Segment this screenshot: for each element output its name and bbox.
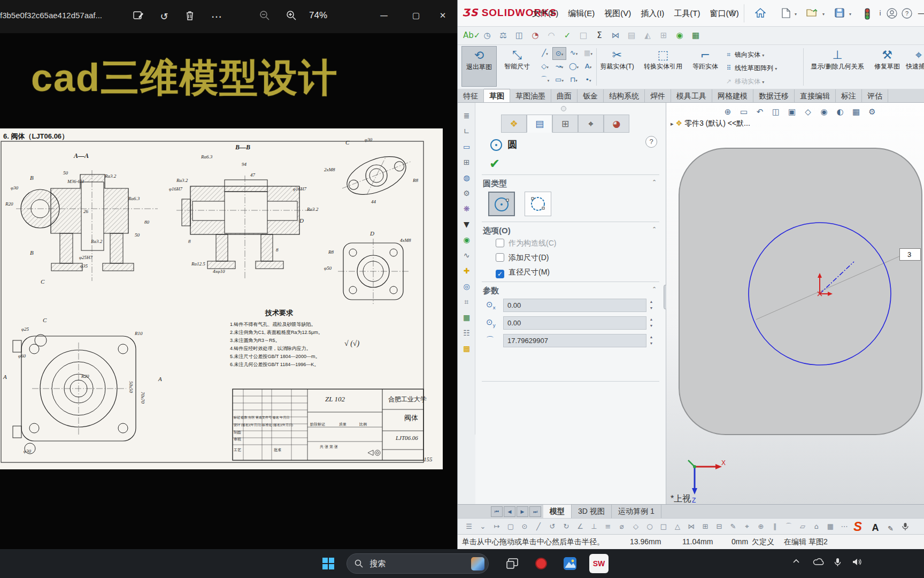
open-document-caret[interactable]: ▾ <box>822 12 825 17</box>
tab-sketch-ink[interactable]: 草图油墨 <box>510 89 551 103</box>
zoom-out-icon[interactable] <box>256 7 274 26</box>
minimize-button[interactable]: — <box>373 7 395 24</box>
save-caret[interactable]: ▾ <box>849 12 851 17</box>
panel-collapse-pill[interactable] <box>561 106 566 111</box>
new-document-caret[interactable]: ▾ <box>795 12 797 17</box>
parameter-input[interactable]: 0.00 <box>503 316 646 330</box>
tab-evaluate[interactable]: 评估 <box>862 89 888 103</box>
monitor-icon[interactable]: ▭ <box>458 139 475 155</box>
delete-icon[interactable] <box>181 7 199 26</box>
help-icon[interactable]: ? <box>899 6 914 20</box>
gear-icon[interactable]: ⚙ <box>458 186 475 201</box>
record-button[interactable] <box>532 554 551 573</box>
point-tool[interactable]: •▾ <box>581 74 595 87</box>
move-entities-button[interactable]: ↗移动实体 ▾ <box>723 75 802 88</box>
open-document-icon[interactable] <box>804 6 819 20</box>
polygon-tool[interactable]: ◇▾ <box>538 60 552 73</box>
tab-mesh-modeling[interactable]: 网格建模 <box>712 89 753 103</box>
network-icon[interactable]: ⊞ <box>458 155 475 170</box>
rectangle-tool[interactable]: ▭▾ <box>552 74 566 87</box>
ime-indicator[interactable]: A <box>872 522 879 533</box>
options-section-header[interactable]: 选项(O) <box>483 226 511 236</box>
propertymanager-tab[interactable]: ▤ <box>527 115 552 133</box>
ellipse-tool[interactable]: ◯▾ <box>567 60 581 73</box>
zoom-in-icon[interactable] <box>282 7 301 26</box>
maximize-button[interactable]: ▢ <box>405 7 427 24</box>
zoom-fit-icon[interactable]: ⊕ <box>720 105 736 119</box>
spellcheck-icon[interactable]: Ab✓ <box>463 27 479 44</box>
speaker-icon[interactable] <box>852 558 862 568</box>
featuremanager-tab[interactable]: ❖ <box>501 115 527 133</box>
fitting-icon[interactable]: ✚ <box>458 263 475 279</box>
grid-icon[interactable]: ▩ <box>458 341 475 356</box>
parameter-input[interactable]: 0.00 <box>503 299 646 312</box>
perimeter-circle-type-button[interactable] <box>525 192 551 216</box>
globe-icon[interactable]: ◍ <box>458 170 475 186</box>
scroll-left-button[interactable]: ◀ <box>504 506 515 517</box>
configuration-tab[interactable]: ⊞ <box>552 115 578 133</box>
user-account-icon[interactable] <box>884 6 899 20</box>
add-dimension-checkbox[interactable]: 添加尺寸(D) <box>496 252 651 264</box>
display-style-icon[interactable]: ◇ <box>800 105 816 119</box>
measure-icon[interactable]: ◷ <box>479 27 495 44</box>
zebra-stripes-icon[interactable]: ▤ <box>623 27 640 44</box>
snipping-window-icon[interactable] <box>503 554 522 573</box>
spreadsheet-icon[interactable]: ▦ <box>458 310 475 325</box>
tab-direct-editing[interactable]: 直接编辑 <box>795 89 836 103</box>
slot-tool[interactable]: ⊓▾ <box>567 74 581 87</box>
checkbox[interactable] <box>496 253 504 262</box>
tab-data-migration[interactable]: 数据迁移 <box>753 89 795 103</box>
offset-entities-button[interactable]: ⌐等距实体 <box>690 46 721 87</box>
search-highlight-thumbnail[interactable] <box>471 557 484 571</box>
arc-tool[interactable]: ⌒▾ <box>538 74 552 87</box>
checkbox[interactable] <box>496 239 504 247</box>
graphics-area[interactable]: ▸ ❖ 零件3 (默认) <<默... ⊕▭↶◫▣◇◉◐▦⚙ 3 X Z *上视 <box>666 103 924 504</box>
line-tool[interactable]: ╱▾ <box>538 47 552 60</box>
tab-surfaces[interactable]: 曲面 <box>551 89 578 103</box>
view-orientation-icon[interactable]: ▣ <box>784 105 800 119</box>
display-delete-relations-button[interactable]: ⊥显示/删除几何关系 <box>805 46 869 87</box>
photos-app-icon[interactable] <box>560 554 580 573</box>
pen-icon[interactable]: ✎ <box>888 524 894 533</box>
trim-entities-button[interactable]: ✂剪裁实体(T) <box>598 46 636 87</box>
hide-show-icon[interactable]: ◉ <box>816 105 832 119</box>
render-icon[interactable]: ❋ <box>458 201 475 217</box>
parameter-input[interactable]: 17.79629907 <box>503 334 646 347</box>
tree-expand-arrow[interactable]: ▸ <box>671 120 674 127</box>
binoculars-icon[interactable]: ⌗ <box>458 294 475 310</box>
tab-weldments[interactable]: 焊件 <box>645 89 671 103</box>
construction-line-checkbox[interactable]: 作为构造线(C) <box>496 238 651 249</box>
tab-features[interactable]: 特征 <box>458 89 484 103</box>
menu-file[interactable]: 文件(F) <box>527 0 563 27</box>
quick-snaps-button[interactable]: ⌖快速捕捉 <box>905 46 924 87</box>
sensor-icon[interactable]: ◉ <box>672 27 688 44</box>
mic-tray-icon[interactable] <box>902 523 908 533</box>
spline-tool[interactable]: ∿▾ <box>567 47 581 60</box>
menu-tools[interactable]: 工具(T) <box>669 0 705 27</box>
spinner[interactable]: ▲▼ <box>648 316 655 330</box>
new-document-icon[interactable] <box>779 6 794 20</box>
more-icon[interactable]: ⋯ <box>207 7 226 26</box>
compare-docs-icon[interactable]: ⊞ <box>656 27 672 44</box>
chevron-up-icon[interactable]: ⌃ <box>652 179 657 186</box>
home-icon[interactable] <box>753 6 768 20</box>
search-box[interactable]: 搜索 <box>346 553 489 574</box>
rotate-icon[interactable]: ↺ <box>155 7 173 26</box>
magnifier-icon[interactable]: ◎ <box>458 279 475 294</box>
performance-evaluation-icon[interactable]: ◔ <box>527 27 543 44</box>
tab-markup[interactable]: 标注 <box>836 89 862 103</box>
close-button[interactable]: ✕ <box>432 7 453 24</box>
pm-ok-button[interactable]: ✔ <box>489 156 500 171</box>
text-tool[interactable]: A▾ <box>581 60 595 73</box>
scroll-first-button[interactable]: ⏮ <box>491 506 503 517</box>
check-entity-icon[interactable]: □ <box>575 27 591 44</box>
tab-mold-tools[interactable]: 模具工具 <box>671 89 712 103</box>
feature-tree-overlay[interactable]: ▸ ❖ 零件3 (默认) <<默... <box>671 119 750 128</box>
tab-structure-system[interactable]: 结构系统 <box>604 89 645 103</box>
angle-icon[interactable]: ∟ <box>458 124 475 139</box>
pm-help-icon[interactable]: ? <box>645 136 657 148</box>
deviation-analysis-icon[interactable]: ⋈ <box>607 27 623 44</box>
start-button[interactable] <box>319 554 338 573</box>
design-table-icon[interactable]: ▦ <box>688 27 704 44</box>
printer-icon[interactable]: ☷ <box>458 325 475 341</box>
